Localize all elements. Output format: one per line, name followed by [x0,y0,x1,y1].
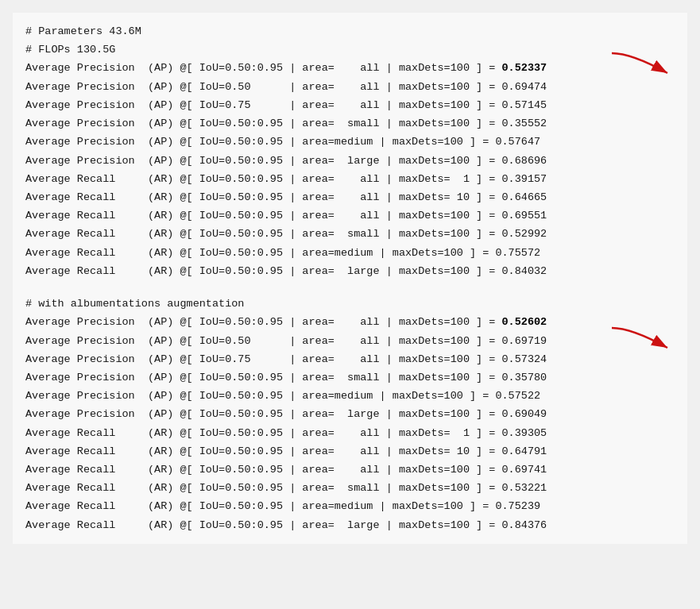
table-row: Average Precision (AP) @[ IoU=0.50:0.95 … [25,368,675,387]
metric-value: 0.52602 [502,313,547,331]
metric-label: Average Precision (AP) @[ IoU=0.50:0.95 … [25,313,502,331]
table-row: Average Precision (AP) @[ IoU=0.50:0.95 … [25,313,675,331]
table-row: Average Recall (AR) @[ IoU=0.50:0.95 | a… [25,424,675,442]
section-1: # Parameters 43.6M # FLOPs 130.5G Averag… [25,22,675,280]
table-row: Average Precision (AP) @[ IoU=0.50:0.95 … [25,133,675,151]
table-row: Average Precision (AP) @[ IoU=0.50:0.95 … [25,114,675,133]
table-row: Average Recall (AR) @[ IoU=0.50:0.95 | a… [25,461,675,479]
table-row: Average Precision (AP) @[ IoU=0.50:0.95 … [25,59,675,77]
table-row: Average Recall (AR) @[ IoU=0.50:0.95 | a… [25,442,675,461]
table-row: Average Recall (AR) @[ IoU=0.50:0.95 | a… [25,206,675,225]
arrow-2 [608,324,679,362]
metric-label: Average Precision (AP) @[ IoU=0.50:0.95 … [25,59,502,77]
table-row: Average Precision (AP) @[ IoU=0.50 | are… [25,78,675,96]
comment-params: # Parameters 43.6M [25,22,675,40]
comment-flops: # FLOPs 130.5G [25,40,675,59]
table-row: Average Precision (AP) @[ IoU=0.50:0.95 … [25,387,675,405]
table-row: Average Recall (AR) @[ IoU=0.50:0.95 | a… [25,262,675,280]
section1-rows: Average Precision (AP) @[ IoU=0.50:0.95 … [25,59,675,280]
table-row: Average Recall (AR) @[ IoU=0.50:0.95 | a… [25,225,675,243]
table-row: Average Precision (AP) @[ IoU=0.50:0.95 … [25,405,675,423]
metrics-container: # Parameters 43.6M # FLOPs 130.5G Averag… [13,13,687,544]
table-row: Average Precision (AP) @[ IoU=0.75 | are… [25,350,675,368]
table-row: Average Recall (AR) @[ IoU=0.50:0.95 | a… [25,497,675,515]
table-row: Average Precision (AP) @[ IoU=0.50:0.95 … [25,152,675,170]
metric-value: 0.52337 [502,59,547,77]
section-2: # with albumentations augmentation Avera… [25,295,675,534]
table-row: Average Recall (AR) @[ IoU=0.50:0.95 | a… [25,244,675,262]
table-row: Average Recall (AR) @[ IoU=0.50:0.95 | a… [25,170,675,188]
table-row: Average Recall (AR) @[ IoU=0.50:0.95 | a… [25,516,675,534]
table-row: Average Precision (AP) @[ IoU=0.50 | are… [25,332,675,350]
table-row: Average Recall (AR) @[ IoU=0.50:0.95 | a… [25,188,675,206]
table-row: Average Precision (AP) @[ IoU=0.75 | are… [25,96,675,114]
section2-rows: Average Precision (AP) @[ IoU=0.50:0.95 … [25,313,675,534]
table-row: Average Recall (AR) @[ IoU=0.50:0.95 | a… [25,479,675,497]
arrow-1 [608,49,679,87]
comment-augmentation: # with albumentations augmentation [25,295,675,313]
